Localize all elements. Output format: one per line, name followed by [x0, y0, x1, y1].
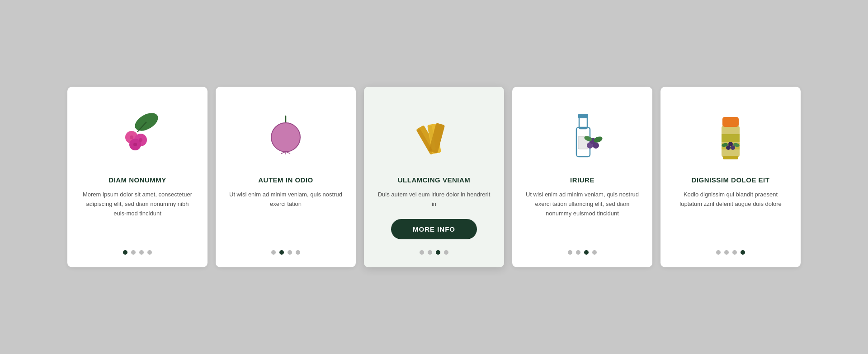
card-3-title: ULLAMCING VENIAM	[398, 176, 471, 184]
svg-rect-29	[722, 134, 740, 142]
dot	[271, 250, 276, 255]
card-3-dots	[420, 250, 448, 255]
dot	[732, 250, 737, 255]
dot	[123, 250, 127, 255]
card-4-icon	[553, 100, 612, 168]
dot	[147, 250, 152, 255]
card-1-title: DIAM NONUMMY	[108, 176, 166, 184]
dot	[584, 250, 589, 255]
dot	[288, 250, 292, 255]
card-1: DIAM NONUMMY Morem ipsum dolor sit amet,…	[67, 87, 208, 267]
dot	[716, 250, 721, 255]
dot	[592, 250, 597, 255]
card-5: DIGNISSIM DOLOE EIT Kodio dignissim qui …	[660, 87, 801, 267]
card-4-dots	[568, 250, 597, 255]
dot	[724, 250, 729, 255]
card-4: IRIURE Ut wisi enim ad minim veniam, qui…	[512, 87, 652, 267]
card-1-body: Morem ipsum dolor sit amet, consectetuer…	[80, 190, 195, 239]
dot	[420, 250, 424, 255]
card-3-body: Duis autem vel eum iriure dolor in hendr…	[377, 190, 491, 209]
dot	[131, 250, 136, 255]
dot	[139, 250, 144, 255]
card-5-body: Kodio dignissim qui blandit praesent lup…	[673, 190, 788, 239]
dot	[576, 250, 580, 255]
card-3-icon	[402, 100, 466, 168]
card-2-body: Ut wisi enim ad minim veniam, quis nostr…	[228, 190, 343, 239]
card-3: ULLAMCING VENIAM Duis autem vel eum iriu…	[364, 87, 504, 267]
svg-rect-36	[723, 156, 738, 159]
card-2-icon	[256, 100, 315, 168]
dot	[444, 250, 448, 255]
more-info-button[interactable]: MORE INFO	[391, 219, 477, 239]
svg-point-7	[133, 143, 137, 146]
dot	[568, 250, 572, 255]
card-2-title: AUTEM IN ODIO	[258, 176, 313, 184]
card-5-dots	[716, 250, 745, 255]
card-4-body: Ut wisi enim ad minim veniam, quis nostr…	[525, 190, 640, 239]
cards-container: DIAM NONUMMY Morem ipsum dolor sit amet,…	[40, 69, 828, 285]
svg-point-5	[130, 135, 133, 139]
card-5-icon	[701, 100, 760, 168]
card-2-dots	[271, 250, 300, 255]
svg-point-6	[139, 138, 142, 142]
svg-rect-28	[722, 117, 739, 127]
svg-rect-20	[578, 114, 588, 118]
dot	[428, 250, 432, 255]
card-4-title: IRIURE	[570, 176, 594, 184]
dot	[741, 250, 745, 255]
dot	[296, 250, 300, 255]
svg-point-33	[728, 142, 733, 146]
svg-point-9	[271, 123, 300, 152]
card-1-dots	[123, 250, 152, 255]
dot	[279, 250, 284, 255]
card-2: AUTEM IN ODIO Ut wisi enim ad minim veni…	[216, 87, 356, 267]
card-5-title: DIGNISSIM DOLOE EIT	[692, 176, 770, 184]
dot	[436, 250, 440, 255]
card-1-icon	[108, 100, 167, 168]
